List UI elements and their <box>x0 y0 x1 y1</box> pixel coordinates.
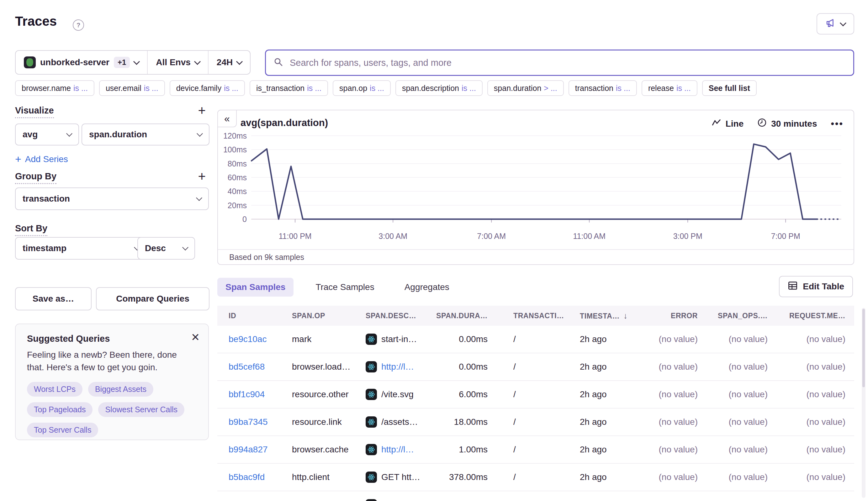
see-full-list-button[interactable]: See full list <box>702 80 757 96</box>
column-header[interactable]: REQUEST.ME… <box>771 312 854 320</box>
chevron-down-icon <box>236 58 243 65</box>
edit-table-button[interactable]: Edit Table <box>779 276 853 297</box>
filter-chip[interactable]: device.familyis ... <box>170 80 245 96</box>
column-header[interactable]: SPAN.DESC… <box>354 312 430 320</box>
collapse-sidebar-button[interactable]: « <box>217 110 237 127</box>
suggested-query-pill[interactable]: Top Server Calls <box>27 423 98 437</box>
timestamp-cell: 2h ago <box>566 390 640 399</box>
filter-chip[interactable]: is_transactionis ... <box>250 80 328 96</box>
transaction-cell: / <box>491 445 566 455</box>
interval-label: 30 minutes <box>771 119 817 129</box>
span-description-cell: https://… <box>354 499 430 501</box>
help-icon[interactable]: ? <box>73 19 84 31</box>
chart-menu-button[interactable]: ••• <box>831 118 844 129</box>
save-as-button[interactable]: Save as… <box>15 287 92 310</box>
span-id-link[interactable]: bbf1c904 <box>229 390 265 399</box>
span-id-link[interactable]: b41bfb26 <box>229 500 265 501</box>
tab-trace-samples[interactable]: Trace Samples <box>307 278 382 297</box>
timestamp-value[interactable]: 2h ago <box>580 334 607 344</box>
add-series-button[interactable]: + Add Series <box>15 153 68 165</box>
filter-chip[interactable]: span.duration> ... <box>487 80 564 96</box>
timestamp-value[interactable]: 2h ago <box>580 390 607 399</box>
span-description-link[interactable]: https://… <box>381 500 416 501</box>
filter-chip[interactable]: span.opis ... <box>333 80 391 96</box>
filter-chip[interactable]: releaseis ... <box>642 80 697 96</box>
duration-chart[interactable]: 120ms100ms80ms60ms40ms20ms011:00 PM3:00 … <box>218 132 854 245</box>
filter-chip[interactable]: browser.nameis ... <box>15 80 94 96</box>
suggested-query-pill[interactable]: Biggest Assets <box>88 382 154 397</box>
suggested-query-pill[interactable]: Top Pageloads <box>27 402 93 417</box>
column-header[interactable]: SPAN.OP <box>280 312 354 320</box>
span-id-link[interactable]: b9ba7345 <box>229 417 268 427</box>
field-select[interactable]: span.duration <box>82 124 210 146</box>
column-header[interactable]: TIMESTA…↓ <box>566 311 640 321</box>
close-icon[interactable]: × <box>191 329 199 345</box>
search-input[interactable] <box>289 57 846 68</box>
column-header[interactable]: SPAN_OPS.… <box>701 312 771 320</box>
project-selector[interactable]: unborked-server +1 <box>16 51 147 74</box>
request-method-cell: (no value) <box>771 417 854 427</box>
suggested-query-pill[interactable]: Slowest Server Calls <box>98 402 184 417</box>
time-range-selector[interactable]: 24H <box>209 51 250 74</box>
timestamp-cell: 2h ago <box>566 500 640 501</box>
timestamp-value[interactable]: 2h ago <box>580 472 607 482</box>
column-header[interactable]: ERROR <box>640 312 701 320</box>
suggested-queries-body: Feeling like a newb? Been there, done th… <box>27 349 190 374</box>
span-op-cell: browser.load… <box>280 362 354 372</box>
add-group-by-button[interactable]: + <box>198 170 206 183</box>
span-ops-cell: (no value) <box>701 334 771 344</box>
group-by-select[interactable]: transaction <box>15 188 209 210</box>
interval-control[interactable]: 30 minutes <box>757 118 817 129</box>
react-icon <box>366 361 377 372</box>
filter-chip[interactable]: span.descriptionis ... <box>395 80 483 96</box>
span-op-cell: http.client <box>280 472 354 482</box>
scrollbar-thumb[interactable] <box>862 309 865 387</box>
request-method-cell: (no value) <box>771 472 854 482</box>
span-id-link[interactable]: b994a827 <box>229 445 268 454</box>
table-scrollbar[interactable] <box>862 308 866 498</box>
column-header-label: SPAN.DESC… <box>366 312 416 320</box>
span-description-link[interactable]: http://l… <box>381 362 414 372</box>
span-id-cell: b41bfb26 <box>217 500 280 501</box>
span-id-link[interactable]: bd5cef68 <box>229 362 265 372</box>
filter-chip-key: device.family <box>176 84 222 93</box>
feedback-button[interactable] <box>817 13 854 34</box>
column-header[interactable]: SPAN.DURA… <box>430 312 491 320</box>
tab-span-samples[interactable]: Span Samples <box>217 278 294 297</box>
group-by-section-header: Group By + <box>15 171 209 184</box>
span-description-cell: http://l… <box>354 361 430 372</box>
environment-selector[interactable]: All Envs <box>148 51 208 74</box>
timestamp-value[interactable]: 2h ago <box>580 417 607 427</box>
span-id-link[interactable]: be9c10ac <box>229 334 266 344</box>
aggregate-select[interactable]: avg <box>15 124 79 146</box>
span-id-link[interactable]: b5bac9fd <box>229 472 265 482</box>
visualize-heading: Visualize <box>15 105 54 118</box>
save-as-label: Save as… <box>33 294 74 304</box>
visualize-section-header: Visualize + <box>15 105 209 118</box>
request-method-cell: (no value) <box>771 334 854 344</box>
results-tabs: Span Samples Trace Samples Aggregates <box>217 277 457 298</box>
add-visualize-button[interactable]: + <box>198 104 206 117</box>
timestamp-value[interactable]: 2h ago <box>580 362 607 372</box>
span-duration-cell: 1.00ms <box>430 445 491 455</box>
svg-text:11:00 PM: 11:00 PM <box>279 232 312 241</box>
column-header[interactable]: TRANSACTI… <box>491 312 566 320</box>
sort-field-select[interactable]: timestamp <box>15 237 147 259</box>
aggregate-value: avg <box>23 129 38 139</box>
timestamp-value[interactable]: 2h ago <box>580 500 607 501</box>
compare-queries-button[interactable]: Compare Queries <box>96 287 210 310</box>
chart-type-control[interactable]: Line <box>712 118 744 129</box>
timestamp-value[interactable]: 2h ago <box>580 445 607 455</box>
span-description-link[interactable]: http://l… <box>381 445 414 455</box>
sort-direction-select[interactable]: Desc <box>137 237 195 259</box>
search-bar[interactable] <box>265 50 854 76</box>
filter-chip[interactable]: user.emailis ... <box>99 80 165 96</box>
tab-aggregates[interactable]: Aggregates <box>396 278 457 297</box>
filter-chip[interactable]: transactionis ... <box>569 80 637 96</box>
column-header[interactable]: ID <box>217 312 280 320</box>
suggested-query-pill[interactable]: Worst LCPs <box>27 382 83 397</box>
filter-chip-key: release <box>648 84 674 93</box>
svg-text:7:00 AM: 7:00 AM <box>477 232 506 241</box>
group-by-value: transaction <box>23 194 70 204</box>
project-count-badge: +1 <box>114 57 130 68</box>
